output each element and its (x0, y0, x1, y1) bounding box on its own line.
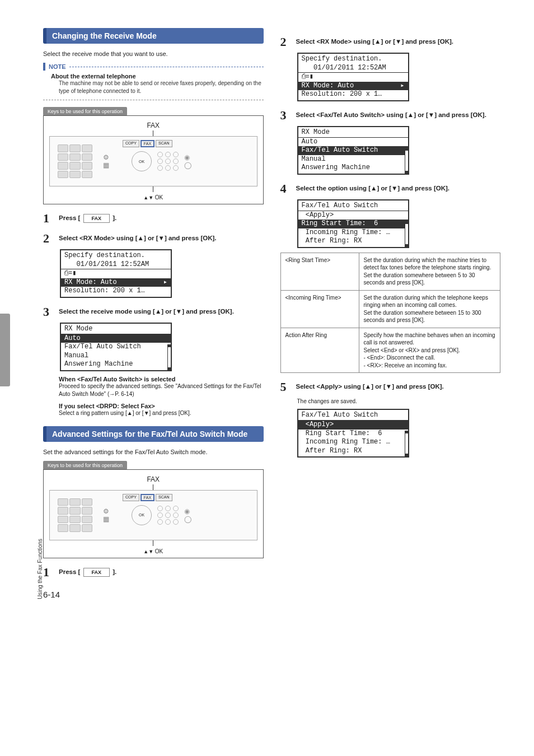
step-number: 4 (280, 183, 291, 195)
far-right-icons: ◉◯ (184, 507, 191, 523)
keypad-icon (55, 142, 95, 180)
lcd-line: Fax/Tel Auto Switch (302, 411, 405, 420)
option-desc: Set the duration during which the teleph… (359, 290, 500, 328)
lcd-line: Answering Machine (64, 360, 167, 369)
lcd-line: Resolution: 200 x 1… (64, 287, 167, 296)
lcd-line: Resolution: 200 x 1… (302, 90, 405, 99)
lcd-line: RX Mode (302, 128, 405, 137)
fax-callout: FAX (49, 122, 257, 129)
lcd-line: After Ring: RX (302, 447, 405, 456)
step-text-a: Press [ (59, 214, 82, 221)
fax-callout: FAX (49, 475, 257, 483)
lcd-line: ⎙=▮ (302, 73, 405, 82)
step-number: 2 (43, 232, 53, 245)
lcd-screen: Fax/Tel Auto Switch <Apply> Ring Start T… (297, 199, 409, 248)
lcd-line: RX Mode (64, 325, 167, 334)
chapter-tab (0, 314, 10, 386)
note-title: About the external telephone (51, 73, 264, 80)
lcd-line-highlighted: Fax/Tel Auto Switch (298, 146, 408, 155)
lcd-line: Specify destination. (64, 251, 167, 260)
lcd-line: Answering Machine (302, 164, 405, 172)
sub-body: Select a ring pattern using [▲] or [▼] a… (59, 409, 264, 417)
lcd-line: Incoming Ring Time: … (302, 438, 405, 447)
mode-buttons: COPYFAXSCAN (123, 140, 172, 147)
step-text-a: Press [ (59, 568, 82, 575)
lcd-line-highlighted: Auto (61, 334, 171, 343)
step-2: 2 Select <RX Mode> using [▲] or [▼] and … (43, 232, 264, 245)
step-1: 1 Press [ FAX ]. (43, 566, 264, 578)
mid-icons: ⚙▦ (95, 507, 117, 523)
step-2: 2 Select <RX Mode> using [▲] or [▼] and … (280, 36, 501, 48)
lcd-line: After Ring: RX (302, 237, 405, 246)
lcd-line-highlighted: Ring Start Time: 6 (298, 220, 408, 228)
lcd-line: ⎙=▮ (64, 269, 167, 278)
right-icons (157, 506, 180, 525)
lcd-screen: RX Mode Auto Fax/Tel Auto Switch Manual … (297, 126, 409, 175)
step-number: 3 (43, 306, 53, 318)
mode-buttons: COPYFAXSCAN (123, 494, 172, 501)
sub-heading: If you select <DRPD: Select Fax> (59, 403, 264, 409)
lcd-line: Ring Start Time: 6 (302, 430, 405, 438)
step-text: Select <Apply> using [▲] or [▼] and pres… (296, 381, 501, 391)
step-text: Select <RX Mode> using [▲] or [▼] and pr… (59, 232, 264, 242)
step-5: 5 Select <Apply> using [▲] or [▼] and pr… (280, 381, 501, 393)
section-heading: Changing the Receive Mode (43, 28, 264, 44)
lcd-line: Auto (302, 138, 405, 147)
options-table: <Ring Start Time> Set the duration durin… (280, 253, 501, 374)
lcd-line-highlighted: RX Mode: Auto▸ (298, 82, 408, 91)
note-body: The machine may not be able to send or r… (59, 80, 264, 95)
step-text: Select the receive mode using [▲] or [▼]… (59, 306, 264, 316)
lcd-line: Manual (302, 155, 405, 164)
ok-callout: ▲▼ OK (49, 194, 257, 200)
lcd-line: Fax/Tel Auto Switch (64, 343, 167, 352)
step-text: Select <Fax/Tel Auto Switch> using [▲] o… (296, 109, 501, 119)
sub-body: Proceed to specify the advanced settings… (59, 382, 264, 398)
lcd-screen: Specify destination. 01/01/2011 12:52AM … (60, 249, 172, 298)
lcd-line: 01/01/2011 12:52AM (302, 64, 405, 73)
step-number: 1 (43, 212, 53, 225)
lcd-screen: Specify destination. 01/01/2011 12:52AM … (297, 53, 409, 101)
step-text-b: ]. (111, 568, 116, 575)
mid-icons: ⚙▦ (95, 153, 117, 169)
step-4: 4 Select the option using [▲] or [▼] and… (280, 183, 501, 195)
lcd-line-highlighted: <Apply> (298, 421, 408, 430)
step-sub: The changes are saved. (297, 398, 501, 405)
section-heading: Advanced Settings for the Fax/Tel Auto S… (43, 426, 264, 442)
lcd-line: Fax/Tel Auto Switch (302, 202, 405, 211)
option-key: <Incoming Ring Time> (280, 290, 359, 328)
ok-callout: ▲▼ OK (49, 548, 257, 554)
lcd-line-highlighted: RX Mode: Auto▸ (61, 278, 171, 287)
option-key: <Ring Start Time> (280, 253, 359, 290)
fax-key-button: FAX (83, 568, 110, 577)
nav-wheel-icon: OK (132, 505, 152, 525)
device-diagram: FAX ⚙▦ COPYFAXSCAN OK ◉◯ ▲▼ OK (43, 115, 264, 204)
step-1: 1 Press [ FAX ]. (43, 212, 264, 225)
note-label: NOTE (43, 63, 264, 71)
device-diagram: FAX ⚙▦ COPYFAXSCAN OK ◉◯ ▲▼ OK (43, 469, 264, 558)
lcd-line: 01/01/2011 12:52AM (64, 260, 167, 269)
sidebar-chapter-label: Using the Fax Functions (34, 308, 43, 599)
table-row: <Incoming Ring Time> Set the duration du… (280, 290, 500, 328)
keypad-icon (55, 496, 95, 534)
option-desc: Specify how the machine behaves when an … (359, 328, 500, 373)
lcd-line: Specify destination. (302, 55, 405, 64)
page-number: 6-14 (43, 590, 264, 599)
fax-key-button: FAX (83, 214, 110, 223)
step-text: Select the option using [▲] or [▼] and p… (296, 183, 501, 193)
table-row: <Ring Start Time> Set the duration durin… (280, 253, 500, 290)
step-3: 3 Select the receive mode using [▲] or [… (43, 306, 264, 318)
step-text-b: ]. (111, 214, 116, 221)
lcd-line: Manual (64, 352, 167, 361)
table-row: Action After Ring Specify how the machin… (280, 328, 500, 373)
lcd-screen: Fax/Tel Auto Switch <Apply> Ring Start T… (297, 409, 409, 458)
lcd-line: <Apply> (302, 211, 405, 220)
option-desc: Set the duration during which the machin… (359, 253, 500, 290)
step-number: 1 (43, 566, 53, 578)
nav-wheel-icon: OK (132, 151, 152, 171)
lcd-line: Incoming Ring Time: … (302, 228, 405, 237)
section-intro: Set the advanced settings for the Fax/Te… (43, 449, 264, 455)
step-number: 3 (280, 109, 291, 122)
note-label-text: NOTE (49, 63, 66, 70)
step-text: Select <RX Mode> using [▲] or [▼] and pr… (296, 36, 501, 46)
option-key: Action After Ring (280, 328, 359, 373)
